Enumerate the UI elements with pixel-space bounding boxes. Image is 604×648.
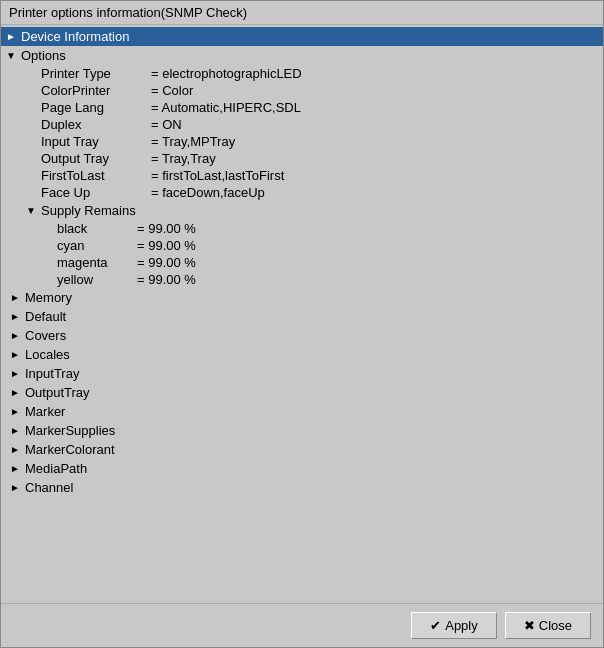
section-label: Marker [25,404,65,419]
collapsed-section-memory[interactable]: ►Memory [1,288,603,307]
prop-value: = Automatic,HIPERC,SDL [151,100,301,115]
section-label: MediaPath [25,461,87,476]
close-icon: ✖ [524,618,535,633]
tree-container[interactable]: ► Device Information ▼ Options Printer T… [1,25,603,603]
section-arrow: ► [9,444,21,456]
supply-remains-arrow: ▼ [25,205,37,217]
collapsed-section-covers[interactable]: ►Covers [1,326,603,345]
prop-value: = faceDown,faceUp [151,185,265,200]
supply-name: cyan [57,238,137,253]
section-label: Memory [25,290,72,305]
options-properties: Printer Type= electrophotographicLEDColo… [21,65,603,201]
prop-name: Duplex [41,117,151,132]
supply-remains-header[interactable]: ▼ Supply Remains [21,201,603,220]
supply-value: = 99.00 % [137,238,196,253]
section-arrow: ► [9,463,21,475]
property-row: ColorPrinter= Color [21,82,603,99]
section-label: InputTray [25,366,79,381]
section-label: OutputTray [25,385,90,400]
apply-icon: ✔ [430,618,441,633]
collapsed-sections: ►Memory►Default►Covers►Locales►InputTray… [1,288,603,497]
supply-row: magenta= 99.00 % [37,254,603,271]
section-arrow: ► [9,387,21,399]
supply-row: yellow= 99.00 % [37,271,603,288]
section-arrow: ► [9,406,21,418]
section-label: Channel [25,480,73,495]
section-label: Locales [25,347,70,362]
section-arrow: ► [9,482,21,494]
collapsed-section-inputtray[interactable]: ►InputTray [1,364,603,383]
device-information-header[interactable]: ► Device Information [1,27,603,46]
section-arrow: ► [9,292,21,304]
section-label: MarkerColorant [25,442,115,457]
property-row: FirstToLast= firstToLast,lastToFirst [21,167,603,184]
section-arrow: ► [9,330,21,342]
collapsed-section-locales[interactable]: ►Locales [1,345,603,364]
property-row: Printer Type= electrophotographicLED [21,65,603,82]
section-label: MarkerSupplies [25,423,115,438]
main-window: Printer options information(SNMP Check) … [0,0,604,648]
section-arrow: ► [9,349,21,361]
section-arrow: ► [9,311,21,323]
supply-remains-label: Supply Remains [41,203,136,218]
prop-name: FirstToLast [41,168,151,183]
property-row: Page Lang= Automatic,HIPERC,SDL [21,99,603,116]
supply-value: = 99.00 % [137,221,196,236]
apply-button[interactable]: ✔ Apply [411,612,497,639]
section-label: Default [25,309,66,324]
prop-name: Input Tray [41,134,151,149]
supply-value: = 99.00 % [137,272,196,287]
property-row: Face Up= faceDown,faceUp [21,184,603,201]
prop-value: = firstToLast,lastToFirst [151,168,284,183]
prop-value: = ON [151,117,182,132]
prop-value: = electrophotographicLED [151,66,302,81]
prop-name: Printer Type [41,66,151,81]
prop-name: Page Lang [41,100,151,115]
supply-row: cyan= 99.00 % [37,237,603,254]
collapsed-section-marker[interactable]: ►Marker [1,402,603,421]
supply-name: yellow [57,272,137,287]
prop-value: = Tray,Tray [151,151,216,166]
content-area: ► Device Information ▼ Options Printer T… [1,25,603,603]
supply-items: black= 99.00 %cyan= 99.00 %magenta= 99.0… [21,220,603,288]
prop-name: Face Up [41,185,151,200]
button-bar: ✔ Apply ✖ Close [1,603,603,647]
collapsed-section-default[interactable]: ►Default [1,307,603,326]
collapsed-section-markercolorant[interactable]: ►MarkerColorant [1,440,603,459]
prop-value: = Tray,MPTray [151,134,235,149]
apply-label: Apply [445,618,478,633]
options-arrow: ▼ [5,50,17,62]
supply-name: black [57,221,137,236]
section-label: Covers [25,328,66,343]
supply-name: magenta [57,255,137,270]
options-body: Printer Type= electrophotographicLEDColo… [1,65,603,288]
supply-row: black= 99.00 % [37,220,603,237]
collapsed-section-outputtray[interactable]: ►OutputTray [1,383,603,402]
section-arrow: ► [9,368,21,380]
device-information-arrow: ► [5,31,17,43]
options-label: Options [21,48,66,63]
window-title: Printer options information(SNMP Check) [9,5,247,20]
prop-name: ColorPrinter [41,83,151,98]
close-button[interactable]: ✖ Close [505,612,591,639]
collapsed-section-channel[interactable]: ►Channel [1,478,603,497]
collapsed-section-mediapath[interactable]: ►MediaPath [1,459,603,478]
property-row: Input Tray= Tray,MPTray [21,133,603,150]
prop-value: = Color [151,83,193,98]
property-row: Output Tray= Tray,Tray [21,150,603,167]
collapsed-section-markersupplies[interactable]: ►MarkerSupplies [1,421,603,440]
prop-name: Output Tray [41,151,151,166]
device-information-label: Device Information [21,29,129,44]
options-header[interactable]: ▼ Options [1,46,603,65]
supply-value: = 99.00 % [137,255,196,270]
property-row: Duplex= ON [21,116,603,133]
section-arrow: ► [9,425,21,437]
close-label: Close [539,618,572,633]
title-bar: Printer options information(SNMP Check) [1,1,603,25]
